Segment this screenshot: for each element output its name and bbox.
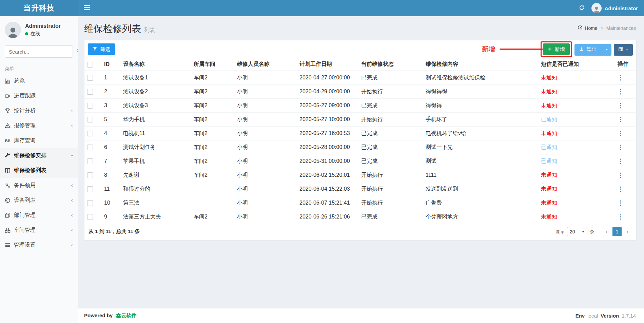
row-checkbox[interactable] (87, 172, 93, 178)
row-checkbox[interactable] (87, 117, 93, 122)
row-checkbox[interactable] (87, 145, 93, 150)
sidebar-item[interactable]: 管理设置‹ (0, 238, 78, 252)
next-page-button[interactable]: › (623, 227, 632, 236)
export-button[interactable]: 导出 (574, 44, 602, 56)
row-actions-menu-icon[interactable]: ⋮ (618, 102, 624, 109)
env-value: local (587, 313, 598, 319)
plus-icon (548, 46, 552, 52)
row-checkbox[interactable] (87, 103, 93, 109)
sidebar-item-label: 管理设置 (14, 242, 71, 249)
cell-content: 测试一下先 (423, 140, 538, 154)
refresh-button[interactable] (579, 5, 585, 12)
sidebar-item[interactable]: Bē库存查询 (0, 133, 78, 148)
cell-actions: ⋮ (615, 196, 637, 210)
cell-content: 电视机坏了给v给 (423, 127, 538, 140)
row-checkbox[interactable] (87, 75, 93, 81)
cell-id: 2 (101, 85, 120, 99)
row-actions-menu-icon[interactable]: ⋮ (618, 88, 624, 95)
cell-actions: ⋮ (615, 140, 637, 154)
sidebar-item-label: 统计分析 (14, 107, 71, 114)
row-actions-menu-icon[interactable]: ⋮ (618, 158, 624, 165)
cell-content: 1111 (423, 168, 538, 182)
sidebar-item-label: 总览 (14, 77, 73, 84)
sidebar-item[interactable]: 车间管理‹ (0, 223, 78, 238)
caret-down-icon (625, 47, 628, 53)
row-actions-menu-icon[interactable]: ⋮ (618, 186, 624, 192)
content-area: 维保检修列表列表 Home > Maintenances (78, 16, 644, 308)
cell-status: 开始执行 (358, 113, 423, 127)
brand-logo[interactable]: 当升科技 (0, 0, 78, 16)
row-actions-menu-icon[interactable]: ⋮ (618, 130, 624, 137)
row-checkbox[interactable] (87, 89, 93, 95)
cell-id: 1 (101, 71, 120, 85)
cell-device-name: 测试设备2 (120, 85, 191, 99)
row-actions-menu-icon[interactable]: ⋮ (618, 144, 624, 151)
add-button[interactable]: 新增 (543, 43, 570, 55)
filter-button[interactable]: 筛选 (88, 43, 115, 55)
row-actions-menu-icon[interactable]: ⋮ (618, 213, 624, 220)
breadcrumb: Home > Maintenances (578, 25, 636, 31)
sidebar-user-panel: Administrator 在线 (0, 16, 78, 41)
sidebar-item[interactable]: 部门管理‹ (0, 208, 78, 223)
table-footer: 从 1 到 11，总共 11 条 显示 20 ▼ 条 ‹ 1 › (84, 224, 636, 240)
cell-person: 小明 (234, 182, 297, 196)
user-menu[interactable]: Administrator (591, 3, 638, 13)
row-actions-menu-icon[interactable]: ⋮ (618, 200, 624, 206)
sidebar-item[interactable]: 统计分析‹ (0, 103, 78, 118)
page-title: 维保检修列表 (84, 23, 141, 34)
page-1-button[interactable]: 1 (612, 227, 622, 236)
row-actions-menu-icon[interactable]: ⋮ (618, 74, 624, 81)
filter-icon (93, 46, 97, 52)
prev-page-button[interactable]: ‹ (602, 227, 611, 236)
add-annotation: 新增 (482, 45, 549, 54)
chevron-down-icon: ‹ (69, 154, 75, 156)
vendor-link[interactable]: 鑫云软件 (116, 312, 136, 318)
list-card: 筛选 新增 新增 (84, 40, 637, 241)
powered-by-label: Powered by (84, 312, 113, 318)
breadcrumb-home[interactable]: Home (578, 25, 597, 31)
sidebar-toggle-button[interactable] (78, 0, 96, 16)
row-actions-menu-icon[interactable]: ⋮ (618, 116, 624, 123)
row-checkbox[interactable] (87, 214, 93, 220)
row-checkbox[interactable] (87, 200, 93, 206)
cell-device-name: 测试设备3 (120, 99, 191, 113)
chevron-left-icon: ‹ (71, 107, 73, 114)
table-row: 3测试设备3车间2小明2020-05-27 09:00:00已完成得得得未通知⋮ (84, 99, 637, 113)
row-checkbox[interactable] (87, 158, 93, 164)
sidebar-item[interactable]: 备件领用‹ (0, 178, 78, 193)
cell-device-name: 测试设备1 (120, 71, 191, 85)
row-actions-menu-icon[interactable]: ⋮ (618, 172, 624, 178)
menu-header: 菜单 (0, 60, 78, 73)
cell-device-name: 电视机11 (120, 127, 191, 140)
column-header: 维修人员名称 (234, 58, 297, 71)
table-row: 6测试计划任务车间2小明2020-05-28 00:00:00已完成测试一下先已… (84, 140, 637, 154)
row-checkbox[interactable] (87, 131, 93, 136)
cell-notified: 未通知 (538, 99, 615, 113)
breadcrumb-separator: > (601, 25, 603, 31)
cell-workshop (191, 196, 234, 210)
columns-button[interactable] (614, 44, 633, 56)
export-dropdown-button[interactable] (602, 44, 611, 56)
annotation-label: 新增 (482, 45, 495, 54)
sidebar-item[interactable]: 报修管理‹ (0, 118, 78, 133)
cell-notified: 已通知 (538, 154, 615, 168)
cell-id: 4 (101, 127, 120, 140)
sidebar-item[interactable]: 维保检修安排‹ (0, 148, 78, 163)
sidebar-item[interactable]: 进度跟踪 (0, 88, 78, 103)
search-input[interactable] (9, 49, 76, 55)
cell-id: 8 (101, 168, 120, 182)
row-checkbox[interactable] (87, 186, 93, 192)
cell-actions: ⋮ (615, 99, 637, 113)
sidebar-item[interactable]: 总览 (0, 73, 78, 88)
cell-person: 小明 (234, 71, 297, 85)
select-all-checkbox[interactable] (87, 62, 93, 68)
cell-notified: 未通知 (538, 182, 615, 196)
sidebar-item[interactable]: 设备列表‹ (0, 193, 78, 208)
cell-notified: 未通知 (538, 85, 615, 99)
sidebar-subitem[interactable]: 维保检修列表 (0, 163, 78, 178)
page-size-select[interactable]: 20 ▼ (567, 227, 587, 236)
cell-actions: ⋮ (615, 85, 637, 99)
cell-workshop: 车间2 (191, 85, 234, 99)
sidebar-item-label: 部门管理 (14, 212, 71, 219)
column-header: ID (101, 58, 120, 71)
